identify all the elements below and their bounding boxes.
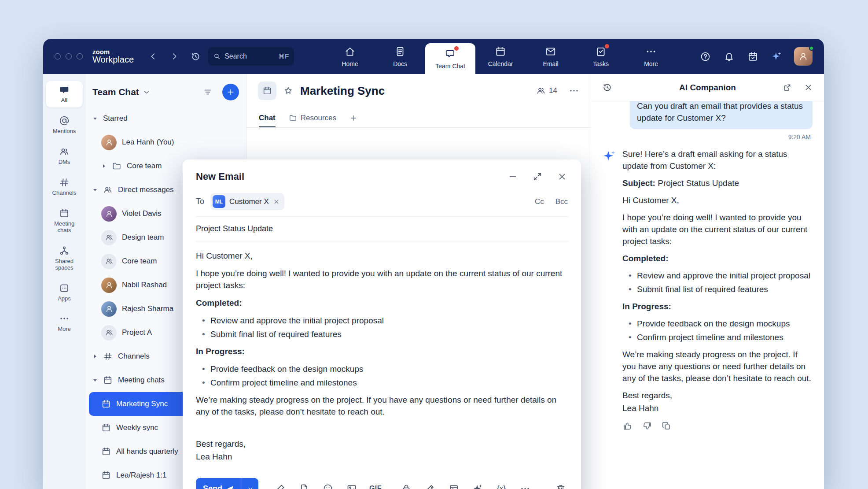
subject-value: Project Status Update <box>196 224 273 233</box>
tab-chat[interactable]: Chat <box>259 107 276 127</box>
rail-item-apps[interactable]: Apps <box>46 279 83 306</box>
member-count-button[interactable]: 14 <box>536 86 557 96</box>
section-label: Starred <box>103 114 128 123</box>
more-icon <box>59 313 70 324</box>
search-input[interactable]: Search ⌘F <box>208 47 294 66</box>
list-item: Submit final list of required features <box>202 329 568 341</box>
attach-file-button[interactable] <box>297 482 311 489</box>
ai-companion-panel: AI Companion Can you draft an email that… <box>591 74 824 489</box>
expand-button[interactable] <box>532 171 543 182</box>
edit-button[interactable] <box>423 482 437 489</box>
rail-item-shared-spaces[interactable]: Shared spaces <box>46 242 83 275</box>
member-count: 14 <box>549 86 557 95</box>
left-rail: All Mentions DMs Channels Meeting chats … <box>43 74 85 489</box>
modal-controls <box>507 171 568 182</box>
ai-companion-button[interactable] <box>770 50 783 63</box>
trash-icon <box>555 483 566 489</box>
ai-compose-button[interactable] <box>471 482 485 489</box>
tab-label: Resources <box>301 114 336 122</box>
encrypt-button[interactable] <box>399 482 413 489</box>
window-close-button[interactable] <box>55 53 61 59</box>
logo-text-zoom: zoom <box>92 48 134 56</box>
history-button[interactable] <box>189 50 202 63</box>
section-starred[interactable]: Starred <box>85 107 246 130</box>
layout-button[interactable] <box>447 482 461 489</box>
back-button[interactable] <box>147 50 159 63</box>
close-button[interactable] <box>556 171 568 182</box>
more-tools-button[interactable] <box>518 482 532 489</box>
ai-close-button[interactable] <box>802 82 814 94</box>
chat-list-dropdown[interactable] <box>143 88 151 96</box>
list-item: Provide feedback on the design mockups <box>202 363 568 375</box>
window-minimize-button[interactable] <box>66 53 72 59</box>
gif-button[interactable]: GIF <box>368 482 383 489</box>
rail-item-more[interactable]: More <box>46 310 83 336</box>
star-channel-button[interactable] <box>282 84 295 97</box>
emoji-button[interactable] <box>321 482 335 489</box>
nav-team-chat[interactable]: Team Chat <box>425 43 475 74</box>
recipient-chip[interactable]: ML Customer X <box>210 193 284 210</box>
tab-resources[interactable]: Resources <box>289 107 336 127</box>
minimize-button[interactable] <box>507 171 519 182</box>
person-icon <box>105 209 114 218</box>
meeting-calendar-icon <box>103 375 113 385</box>
insert-image-button[interactable] <box>345 482 359 489</box>
filter-button[interactable] <box>201 85 214 99</box>
rail-item-mentions[interactable]: Mentions <box>46 112 83 138</box>
thumbs-down-button[interactable] <box>642 421 652 431</box>
filter-icon <box>203 87 213 97</box>
nav-label: Calendar <box>488 60 513 67</box>
remove-recipient-icon[interactable] <box>273 198 280 205</box>
nav-email[interactable]: Email <box>526 39 576 74</box>
bell-icon <box>724 51 735 62</box>
window-zoom-button[interactable] <box>77 53 83 59</box>
thumbs-down-icon <box>642 421 652 431</box>
notifications-button[interactable] <box>723 50 735 63</box>
ai-history-button[interactable] <box>601 82 613 94</box>
chat-item-lea-hanh[interactable]: Lea Hanh (You) <box>85 130 246 154</box>
nav-home[interactable]: Home <box>325 39 375 74</box>
nav-label: Docs <box>393 60 407 67</box>
cc-button[interactable]: Cc <box>535 197 544 206</box>
send-label: Send <box>203 484 222 489</box>
nav-more[interactable]: More <box>626 39 676 74</box>
signature-button[interactable] <box>273 482 287 489</box>
subject-field[interactable]: Project Status Update <box>196 217 568 241</box>
add-tab-button[interactable] <box>349 107 357 127</box>
email-body-editor[interactable]: Hi Customer X, I hope you’re doing well!… <box>183 241 581 470</box>
chat-list-title: Team Chat <box>92 87 139 97</box>
ai-closing: We’re making steady progress on the proj… <box>622 349 813 385</box>
help-button[interactable] <box>699 50 711 63</box>
ai-subject-value: Project Status Update <box>658 178 739 188</box>
modal-header: New Email <box>183 159 581 189</box>
thumbs-up-button[interactable] <box>622 421 633 431</box>
zoom-workplace-window: zoom Workplace Search ⌘F Home <box>43 39 824 489</box>
rail-item-meeting-chats[interactable]: Meeting chats <box>46 204 83 237</box>
bcc-button[interactable]: Bcc <box>555 197 568 206</box>
discard-draft-button[interactable] <box>554 482 568 489</box>
new-chat-button[interactable] <box>222 84 239 100</box>
chat-list-header: Team Chat <box>85 74 246 107</box>
triangle-down-icon <box>92 187 98 193</box>
search-shortcut: ⌘F <box>278 52 289 60</box>
send-options-button[interactable] <box>242 478 258 489</box>
rail-item-all[interactable]: All <box>46 81 83 107</box>
nav-docs[interactable]: Docs <box>375 39 425 74</box>
person-icon <box>105 281 114 289</box>
ai-open-external-button[interactable] <box>781 82 793 94</box>
rail-item-channels[interactable]: Channels <box>46 174 83 200</box>
rail-item-dms[interactable]: DMs <box>46 143 83 169</box>
calendar-quick-button[interactable] <box>747 50 759 63</box>
forward-button[interactable] <box>168 50 180 63</box>
channel-more-button[interactable] <box>569 85 579 96</box>
ai-response-text: Sure! Here’s a draft email asking for a … <box>622 148 813 431</box>
send-button[interactable]: Send <box>196 478 242 489</box>
profile-avatar[interactable] <box>794 47 813 66</box>
ai-completed-list: Review and approve the initial project p… <box>622 270 813 296</box>
copy-button[interactable] <box>661 421 672 431</box>
nav-tasks[interactable]: Tasks <box>576 39 626 74</box>
ai-greeting: Hi Customer X, <box>622 195 813 207</box>
variables-button[interactable]: {x} <box>494 482 508 489</box>
list-item: Confirm project timeline and milestones <box>202 377 568 389</box>
nav-calendar[interactable]: Calendar <box>475 39 526 74</box>
